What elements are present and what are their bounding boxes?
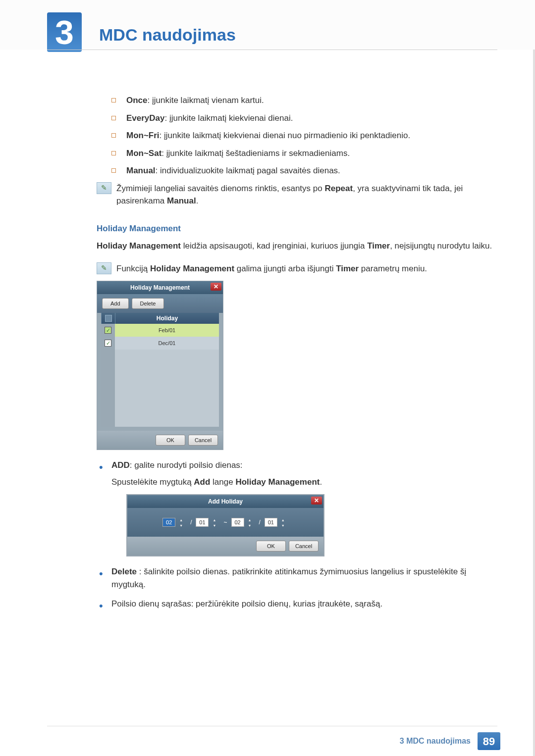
range-sep: ~ [223,518,227,527]
note-icon: ✎ [97,182,111,194]
delete-button[interactable]: Delete [132,298,164,309]
note-icon: ✎ [97,262,111,274]
add-button[interactable]: Add [102,298,129,309]
sep: / [190,518,192,527]
ok-button[interactable]: OK [156,435,185,446]
t: : šalinkite poilsio dienas. patikrinkite… [111,567,466,589]
t: Repeat [324,184,353,193]
page-edge [533,0,535,756]
holiday-management-paragraph: Holiday Management leidžia apsisaugoti, … [97,240,496,252]
note-manual-checkbox: ✎ Žymimieji langeliai savaitės dienoms r… [97,182,496,207]
ok-button[interactable]: OK [256,541,286,552]
cancel-button[interactable]: Cancel [289,541,319,552]
add-holiday-dialog: Add Holiday ✕ 02 / 01 ~ 02 / 01 [126,494,324,556]
t: Manual [167,196,196,205]
dialog-title: Add Holiday [208,497,243,506]
checkbox-icon[interactable]: ✓ [105,340,111,347]
repeat-option-list: Once: įjunkite laikmatį vienam kartui. E… [111,94,496,177]
holiday-management-heading: Holiday Management [97,222,496,235]
holiday-column-header[interactable]: Holiday [115,313,219,324]
note-text: Funkciją Holiday Management galima įjung… [116,262,496,275]
t: leidžia apsisaugoti, kad įrenginiai, kur… [181,241,367,251]
t: , neįsijungtų nurodytu laiku. [390,241,492,251]
option-manual-label: Manual [126,166,156,175]
option-mon-sat-desc: : įjunkite laikmatį šeštadieniams ir sek… [161,149,350,158]
t: Add [194,477,210,487]
option-everyday-label: EveryDay [126,113,165,123]
t: Delete [111,567,137,576]
t: Holiday Management [235,477,320,487]
spinner-icon[interactable] [213,518,219,527]
note-text: Žymimieji langeliai savaitės dienoms rin… [116,182,496,207]
cancel-button[interactable]: Cancel [188,435,218,446]
sep: / [259,518,261,527]
t: . [320,477,322,487]
dialog-footer: OK Cancel [97,431,223,450]
t: Funkciją [116,264,150,273]
spinner-icon[interactable] [179,518,186,527]
end-day-field[interactable]: 01 [265,518,277,527]
option-mon-fri-desc: : įjunkite laikmatį kiekvienai dienai nu… [160,131,411,140]
chapter-title: MDC naudojimas [99,22,236,48]
table-row[interactable]: ✓ Dec/01 [101,337,219,350]
holiday-cell: Dec/01 [115,337,219,350]
chapter-number: 3 [47,12,82,52]
footer-rule [47,726,497,726]
table-row-empty [101,388,219,401]
table-row-empty [101,401,219,414]
t: lange [210,477,235,487]
option-once: Once: įjunkite laikmatį vienam kartui. [111,94,496,107]
holiday-management-dialog: Holiday Management ✕ Add Delete Holiday … [97,281,223,450]
t: Spustelėkite mygtuką [111,477,194,487]
bullet-list: ADD: galite nurodyti poilsio dienas: Spu… [97,459,496,610]
add-bullet: ADD: galite nurodyti poilsio dienas: Spu… [97,459,496,556]
holiday-list-bullet: Poilsio dienų sąrašas: peržiūrėkite poil… [97,598,496,610]
spinner-icon[interactable] [248,518,255,527]
note-hm-enable: ✎ Funkciją Holiday Management galima įju… [97,262,496,275]
t: Timer [367,241,390,251]
t: ADD [111,460,130,470]
dialog-titlebar[interactable]: Add Holiday ✕ [127,495,323,508]
option-once-label: Once [126,96,148,105]
dialog-title: Holiday Management [130,283,190,292]
t: Holiday Management [150,264,234,273]
delete-bullet: Delete : šalinkite poilsio dienas. patik… [97,565,496,591]
t: galima įjungti arba išjungti [234,264,336,273]
dialog-footer: OK Cancel [127,537,323,555]
t: Žymimieji langeliai savaitės dienoms rin… [116,184,324,193]
option-mon-sat: Mon~Sat: įjunkite laikmatį šeštadieniams… [111,147,496,160]
table-row-empty [101,375,219,388]
page-number: 89 [478,732,500,750]
table-row-empty [101,414,219,427]
option-manual-desc: : individualizuokite laikmatį pagal sava… [156,166,340,175]
end-month-field[interactable]: 02 [231,518,244,527]
table-row[interactable]: ✓ Feb/01 [101,324,219,337]
option-everyday-desc: : įjunkite laikmatį kiekvienai dienai. [165,113,293,123]
holiday-list: Holiday ✓ Feb/01 ✓ Dec/01 [97,313,223,431]
holiday-cell: Feb/01 [115,324,219,337]
option-mon-sat-label: Mon~Sat [126,149,161,158]
option-mon-fri: Mon~Fri: įjunkite laikmatį kiekvienai di… [111,129,496,142]
close-icon[interactable]: ✕ [211,283,221,291]
option-once-desc: : įjunkite laikmatį vienam kartui. [148,96,264,105]
start-month-field[interactable]: 02 [162,518,175,527]
option-everyday: EveryDay: įjunkite laikmatį kiekvienai d… [111,112,496,125]
spinner-icon[interactable] [281,518,288,527]
checkbox-icon[interactable]: ✓ [105,327,111,334]
t: parametrų meniu. [359,264,427,273]
dialog-titlebar[interactable]: Holiday Management ✕ [97,281,223,294]
t: Timer [336,264,359,273]
footer: 3 MDC naudojimas 89 [400,732,500,750]
checkbox-column-header[interactable] [101,313,115,324]
close-icon[interactable]: ✕ [311,497,322,504]
option-manual: Manual: individualizuokite laikmatį paga… [111,164,496,177]
start-day-field[interactable]: 01 [196,518,209,527]
t: : galite nurodyti poilsio dienas: [130,460,243,470]
dialog-toolbar: Add Delete [97,294,223,313]
footer-text: 3 MDC naudojimas [400,735,471,747]
t: Poilsio dienų sąrašas: peržiūrėkite poil… [111,599,382,608]
header-rule [47,50,497,50]
option-mon-fri-label: Mon~Fri [126,131,160,140]
t: . [196,196,199,205]
table-row-empty [101,362,219,375]
